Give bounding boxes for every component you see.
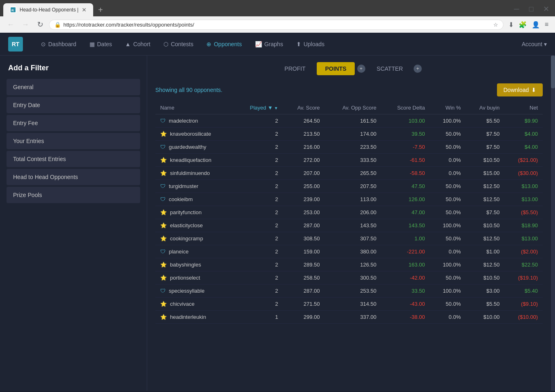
layout: Add a Filter General Entry Date Entry Fe… bbox=[0, 56, 555, 391]
nav-item-graphs[interactable]: 📈 Graphs bbox=[249, 38, 289, 51]
player-name-cell[interactable]: 🛡 speciessyllable bbox=[155, 284, 234, 298]
table-row[interactable]: ⭐ babyshingles 2 289.50 126.50 163.00 10… bbox=[155, 258, 543, 271]
download-icon[interactable]: ⬇ bbox=[507, 19, 515, 30]
col-header-name[interactable]: Name bbox=[155, 101, 234, 114]
sidebar-item-entry-date[interactable]: Entry Date bbox=[7, 97, 140, 113]
shield-icon: 🛡 bbox=[160, 196, 166, 202]
table-row[interactable]: ⭐ headinterleukin 1 299.00 337.00 -38.00… bbox=[155, 311, 543, 324]
player-name-cell[interactable]: 🛡 turgidmuster bbox=[155, 180, 234, 193]
minimize-button[interactable]: ─ bbox=[511, 3, 522, 15]
player-name-cell[interactable]: ⭐ portionselect bbox=[155, 271, 234, 284]
col-header-win-pct[interactable]: Win % bbox=[430, 101, 466, 114]
subtab-scatter-add-icon[interactable]: + bbox=[414, 65, 422, 73]
table-row[interactable]: ⭐ cookingcramp 2 308.50 307.50 1.00 50.0… bbox=[155, 232, 543, 245]
sidebar-item-total-contest-entries[interactable]: Total Contest Entries bbox=[7, 151, 140, 167]
win-pct-cell: 0.0% bbox=[430, 154, 466, 167]
player-name-cell[interactable]: ⭐ chicvivace bbox=[155, 298, 234, 311]
tab-close-button[interactable]: ✕ bbox=[82, 7, 87, 13]
player-name-cell[interactable]: ⭐ headinterleukin bbox=[155, 311, 234, 324]
score-delta-cell: -42.00 bbox=[381, 271, 430, 284]
player-name-cell[interactable]: 🛡 guardedwealthy bbox=[155, 141, 234, 154]
nav-item-contests[interactable]: ⬡ Contests bbox=[158, 38, 199, 51]
col-header-av-buyin[interactable]: Av buyin bbox=[465, 101, 504, 114]
account-menu[interactable]: Account ▾ bbox=[521, 41, 547, 47]
table-row[interactable]: ⭐ portionselect 2 258.50 300.50 -42.00 5… bbox=[155, 271, 543, 284]
download-button[interactable]: Download ⬇ bbox=[497, 83, 543, 96]
player-name: sinfuldiminuendo bbox=[170, 170, 210, 176]
table-row[interactable]: 🛡 planeice 2 159.00 380.00 -221.00 0.0% … bbox=[155, 245, 543, 258]
nav-item-opponents[interactable]: ⊕ Opponents bbox=[201, 38, 248, 51]
av-opp-score-cell: 380.00 bbox=[325, 245, 382, 258]
sidebar-item-your-entries[interactable]: Your Entries bbox=[7, 133, 140, 149]
player-name-cell[interactable]: ⭐ cookingcramp bbox=[155, 232, 234, 245]
score-delta-cell: -221.00 bbox=[381, 245, 430, 258]
back-button[interactable]: ← bbox=[5, 19, 16, 30]
sidebar-item-general[interactable]: General bbox=[7, 79, 140, 95]
av-score-cell: 287.00 bbox=[283, 219, 324, 232]
av-score-cell: 255.00 bbox=[283, 180, 324, 193]
maximize-button[interactable]: □ bbox=[526, 3, 537, 15]
table-row[interactable]: ⭐ sinfuldiminuendo 2 207.00 265.50 -58.5… bbox=[155, 167, 543, 180]
av-buyin-cell: $3.00 bbox=[465, 284, 504, 298]
menu-icon[interactable]: ≡ bbox=[543, 19, 550, 30]
table-row[interactable]: 🛡 turgidmuster 2 255.00 207.50 47.50 50.… bbox=[155, 180, 543, 193]
col-header-av-score[interactable]: Av. Score bbox=[283, 101, 324, 114]
profile-icon[interactable]: 👤 bbox=[530, 19, 542, 30]
subtab-points[interactable]: POINTS bbox=[317, 62, 354, 75]
nav-item-uploads[interactable]: ⬆ Uploads bbox=[291, 38, 330, 51]
score-delta-cell: -7.50 bbox=[381, 141, 430, 154]
table-row[interactable]: ⭐ parityfunction 2 253.00 206.00 47.00 5… bbox=[155, 206, 543, 219]
player-name-cell[interactable]: ⭐ parityfunction bbox=[155, 206, 234, 219]
table-row[interactable]: 🛡 speciessyllable 2 287.00 253.50 33.50 … bbox=[155, 284, 543, 298]
player-name-cell[interactable]: 🛡 cookieibm bbox=[155, 193, 234, 206]
new-tab-button[interactable]: + bbox=[95, 4, 106, 16]
av-score-cell: 213.50 bbox=[283, 128, 324, 141]
forward-button[interactable]: → bbox=[20, 19, 31, 30]
subtab-profit[interactable]: PROFIT bbox=[276, 62, 313, 75]
table-row[interactable]: ⭐ chicvivace 2 271.50 314.50 -43.00 50.0… bbox=[155, 298, 543, 311]
player-name-cell[interactable]: 🛡 planeice bbox=[155, 245, 234, 258]
table-header-row: Name Played ▼ Av. Score Av. Opp Score Sc… bbox=[155, 101, 543, 114]
nav-item-dates[interactable]: ▦ Dates bbox=[84, 38, 118, 51]
player-name-cell[interactable]: ⭐ babyshingles bbox=[155, 258, 234, 271]
star-icon: ⭐ bbox=[160, 275, 167, 281]
sidebar-item-head-to-head[interactable]: Head to Head Opponents bbox=[7, 169, 140, 185]
table-row[interactable]: ⭐ elasticityclose 2 287.00 143.50 143.50… bbox=[155, 219, 543, 232]
address-bar[interactable]: 🔒 https://rototracker.com/tracker/result… bbox=[49, 20, 504, 30]
subtab-scatter[interactable]: SCATTER bbox=[369, 62, 411, 75]
col-header-net[interactable]: Net bbox=[505, 101, 543, 114]
browser-tab-active[interactable]: R Head-to-Head Opponents | ✕ bbox=[3, 3, 93, 16]
sidebar-item-prize-pools[interactable]: Prize Pools bbox=[7, 187, 140, 203]
win-pct-cell: 50.0% bbox=[430, 206, 466, 219]
played-cell: 2 bbox=[234, 258, 283, 271]
table-row[interactable]: ⭐ kneadliquefaction 2 272.00 333.50 -61.… bbox=[155, 154, 543, 167]
table-row[interactable]: ⭐ knaveborosilicate 2 213.50 174.00 39.5… bbox=[155, 128, 543, 141]
col-header-played[interactable]: Played ▼ bbox=[234, 101, 283, 114]
refresh-button[interactable]: ↻ bbox=[34, 19, 46, 30]
table-row[interactable]: 🛡 cookieibm 2 239.00 113.00 126.00 50.0%… bbox=[155, 193, 543, 206]
table-row[interactable]: 🛡 guardedwealthy 2 216.00 223.50 -7.50 5… bbox=[155, 141, 543, 154]
player-name-cell[interactable]: ⭐ sinfuldiminuendo bbox=[155, 167, 234, 180]
close-window-button[interactable]: ✕ bbox=[540, 3, 552, 15]
table-row[interactable]: 🛡 madelectron 2 264.50 161.50 103.00 100… bbox=[155, 114, 543, 128]
player-name-cell[interactable]: ⭐ elasticityclose bbox=[155, 219, 234, 232]
av-score-cell: 299.00 bbox=[283, 311, 324, 324]
showing-text: Showing all 90 opponents. bbox=[155, 87, 222, 93]
shield-icon: 🛡 bbox=[160, 249, 166, 255]
nav-item-dashboard[interactable]: ⊙ Dashboard bbox=[35, 38, 82, 51]
subtab-points-add-icon[interactable]: + bbox=[357, 65, 365, 73]
extensions-icon[interactable]: 🧩 bbox=[517, 19, 528, 30]
col-header-score-delta[interactable]: Score Delta bbox=[381, 101, 430, 114]
player-name-cell[interactable]: ⭐ knaveborosilicate bbox=[155, 128, 234, 141]
player-name-cell[interactable]: 🛡 madelectron bbox=[155, 114, 234, 128]
net-cell: ($30.00) bbox=[505, 167, 543, 180]
player-name-cell[interactable]: ⭐ kneadliquefaction bbox=[155, 154, 234, 167]
av-buyin-cell: $10.00 bbox=[465, 311, 504, 324]
sidebar-item-entry-fee[interactable]: Entry Fee bbox=[7, 115, 140, 131]
played-cell: 2 bbox=[234, 298, 283, 311]
download-arrow-icon: ⬇ bbox=[531, 87, 536, 93]
score-delta-cell: 1.00 bbox=[381, 232, 430, 245]
nav-item-cohort[interactable]: ▲ Cohort bbox=[119, 38, 156, 51]
scrollbar[interactable] bbox=[551, 56, 555, 391]
col-header-av-opp-score[interactable]: Av. Opp Score bbox=[325, 101, 382, 114]
